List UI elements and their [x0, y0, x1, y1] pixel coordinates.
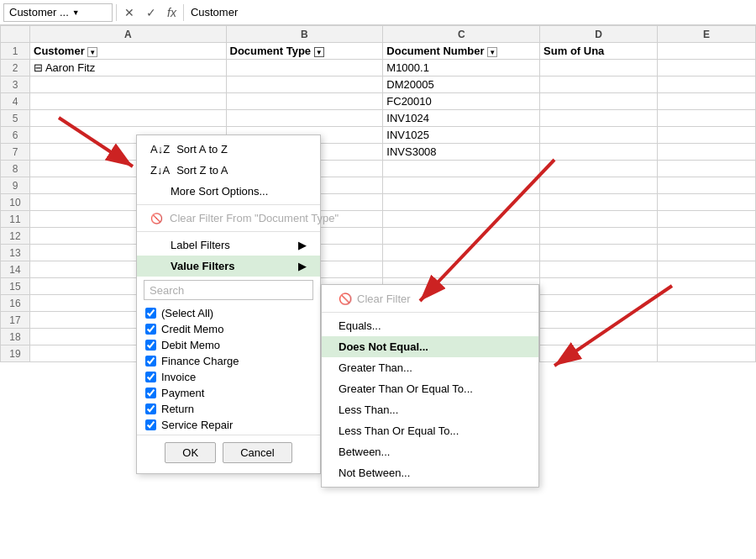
cancel-button[interactable]: Cancel: [223, 442, 291, 463]
cell-18-e[interactable]: [658, 329, 756, 345]
more-sort-options-item[interactable]: More Sort Options...: [137, 181, 320, 202]
submenu-greater-than[interactable]: Greater Than...: [322, 357, 538, 378]
cell-3-e[interactable]: [658, 76, 756, 93]
cell-11-d[interactable]: [540, 211, 658, 228]
cell-10-e[interactable]: [658, 194, 756, 211]
cell-7-d[interactable]: [540, 144, 658, 161]
cell-16-e[interactable]: [658, 295, 756, 312]
sort-za-item[interactable]: Z↓A Sort Z to A: [137, 160, 320, 181]
submenu-greater-than-label: Greater Than...: [339, 361, 412, 374]
formula-bar-divider: [116, 4, 117, 21]
checkbox-4[interactable]: [145, 372, 156, 382]
docnum-filter-btn[interactable]: ▼: [487, 47, 497, 57]
cell-9-d[interactable]: [540, 177, 658, 194]
ok-button[interactable]: OK: [165, 442, 216, 463]
cell-6-d[interactable]: [540, 127, 658, 144]
cell-13-e[interactable]: [658, 245, 756, 261]
checkbox-2[interactable]: [145, 340, 156, 351]
cell-12-d[interactable]: [540, 228, 658, 245]
cell-5-d[interactable]: [540, 110, 658, 127]
confirm-formula-button[interactable]: ✓: [142, 3, 160, 22]
cell-7-c[interactable]: INVS3008: [383, 144, 540, 161]
cell-14-e[interactable]: [658, 261, 756, 278]
cell-8-e[interactable]: [658, 161, 756, 177]
checkbox-item-5[interactable]: Payment: [137, 385, 320, 401]
cell-4-e[interactable]: [658, 93, 756, 110]
submenu-between[interactable]: Between...: [322, 441, 538, 462]
submenu-equals[interactable]: Equals...: [322, 315, 538, 336]
cell-3-d[interactable]: [540, 76, 658, 93]
submenu-not-between[interactable]: Not Between...: [322, 462, 538, 483]
cell-3-c[interactable]: DM20005: [383, 76, 540, 93]
cell-17-d[interactable]: [540, 312, 658, 329]
checkbox-item-6[interactable]: Return: [137, 401, 320, 417]
filter-search-input[interactable]: [144, 280, 313, 300]
cell-4-c[interactable]: FC20010: [383, 93, 540, 110]
checkbox-5[interactable]: [145, 388, 156, 398]
submenu-greater-than-equal[interactable]: Greater Than Or Equal To...: [322, 378, 538, 399]
cell-6-c[interactable]: INV1025: [383, 127, 540, 144]
cell-14-c[interactable]: [383, 261, 540, 278]
cell-2-b[interactable]: [226, 60, 383, 76]
cell-11-c[interactable]: [383, 211, 540, 228]
cell-19-e[interactable]: [658, 345, 756, 362]
cell-10-c[interactable]: [383, 194, 540, 211]
cell-4-b[interactable]: [226, 93, 383, 110]
cell-name-box[interactable]: Customer ... ▼: [3, 3, 113, 22]
cell-15-d[interactable]: [540, 278, 658, 295]
cell-18-d[interactable]: [540, 329, 658, 345]
cell-13-c[interactable]: [383, 245, 540, 261]
checkbox-item-7[interactable]: Service Repair: [137, 417, 320, 433]
cell-4-d[interactable]: [540, 93, 658, 110]
value-filters-item[interactable]: Value Filters ▶: [137, 256, 320, 277]
cell-2-a[interactable]: ⊟ Aaron Fitz: [30, 60, 227, 76]
submenu-less-than[interactable]: Less Than...: [322, 399, 538, 420]
cell-4-a[interactable]: [30, 93, 227, 110]
cell-6-e[interactable]: [658, 127, 756, 144]
cell-5-e[interactable]: [658, 110, 756, 127]
cell-8-d[interactable]: [540, 161, 658, 177]
checkbox-item-4[interactable]: Invoice: [137, 369, 320, 385]
checkbox-0[interactable]: [145, 308, 156, 319]
cell-5-b[interactable]: [226, 110, 383, 127]
cell-5-c[interactable]: INV1024: [383, 110, 540, 127]
submenu-less-than-equal[interactable]: Less Than Or Equal To...: [322, 420, 538, 441]
formula-input[interactable]: [187, 3, 753, 22]
cell-13-d[interactable]: [540, 245, 658, 261]
submenu-does-not-equal[interactable]: Does Not Equal...: [322, 336, 538, 357]
cell-9-c[interactable]: [383, 177, 540, 194]
cell-name-dropdown-icon[interactable]: ▼: [72, 8, 80, 17]
cell-15-e[interactable]: [658, 278, 756, 295]
checkbox-1[interactable]: [145, 324, 156, 335]
cell-2-d[interactable]: [540, 60, 658, 76]
cell-11-e[interactable]: [658, 211, 756, 228]
cell-12-e[interactable]: [658, 228, 756, 245]
submenu-clear-filter: 🚫 Clear Filter: [322, 288, 538, 309]
cell-8-c[interactable]: [383, 161, 540, 177]
cell-3-a[interactable]: [30, 76, 227, 93]
checkbox-3[interactable]: [145, 356, 156, 367]
cell-9-e[interactable]: [658, 177, 756, 194]
cell-7-e[interactable]: [658, 144, 756, 161]
checkbox-6[interactable]: [145, 403, 156, 414]
cancel-formula-button[interactable]: ✕: [120, 3, 139, 22]
cell-10-d[interactable]: [540, 194, 658, 211]
cell-12-c[interactable]: [383, 228, 540, 245]
cell-19-d[interactable]: [540, 345, 658, 362]
cell-2-c[interactable]: M1000.1: [383, 60, 540, 76]
cell-2-e[interactable]: [658, 60, 756, 76]
cell-3-b[interactable]: [226, 76, 383, 93]
checkbox-item-2[interactable]: Debit Memo: [137, 337, 320, 353]
checkbox-item-0[interactable]: (Select All): [137, 305, 320, 321]
cell-17-e[interactable]: [658, 312, 756, 329]
checkbox-item-3[interactable]: Finance Charge: [137, 353, 320, 369]
customer-filter-btn[interactable]: ▼: [87, 47, 97, 57]
checkbox-item-1[interactable]: Credit Memo: [137, 321, 320, 337]
sort-az-item[interactable]: A↓Z Sort A to Z: [137, 139, 320, 160]
checkbox-7[interactable]: [145, 419, 156, 430]
cell-16-d[interactable]: [540, 295, 658, 312]
doctype-filter-btn[interactable]: ▼: [314, 47, 324, 57]
cell-14-d[interactable]: [540, 261, 658, 278]
label-filters-item[interactable]: Label Filters ▶: [137, 235, 320, 256]
cell-5-a[interactable]: [30, 110, 227, 127]
